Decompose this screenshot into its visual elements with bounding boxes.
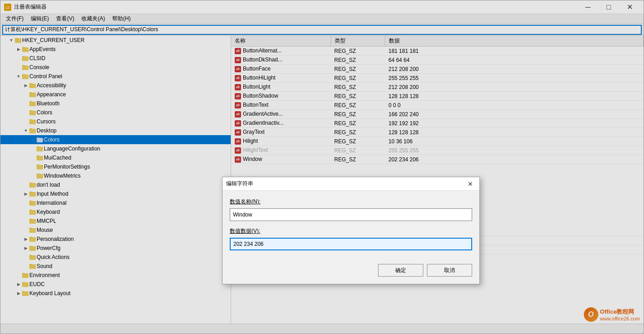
dialog-titlebar: 编辑字符串 ✕ <box>223 177 479 191</box>
dialog-title: 编辑字符串 <box>226 180 253 188</box>
cancel-button[interactable]: 取消 <box>427 264 472 277</box>
name-label: 数值名称(N): <box>230 198 472 206</box>
main-window: 🗂 注册表编辑器 ─ □ ✕ 文件(F) 编辑(E) 查看(V) 收藏夹(A) … <box>0 0 644 334</box>
data-label: 数值数据(V): <box>230 227 472 235</box>
data-input[interactable] <box>230 238 472 250</box>
ok-button[interactable]: 确定 <box>378 264 423 277</box>
dialog-buttons: 确定 取消 <box>223 264 479 284</box>
edit-string-dialog: 编辑字符串 ✕ 数值名称(N): 数值数据(V): 确定 取消 <box>222 177 480 284</box>
dialog-body: 数值名称(N): 数值数据(V): <box>223 191 479 264</box>
dialog-close-button[interactable]: ✕ <box>465 179 476 189</box>
name-input[interactable] <box>230 208 472 221</box>
dialog-overlay: 编辑字符串 ✕ 数值名称(N): 数值数据(V): 确定 取消 <box>0 0 644 334</box>
